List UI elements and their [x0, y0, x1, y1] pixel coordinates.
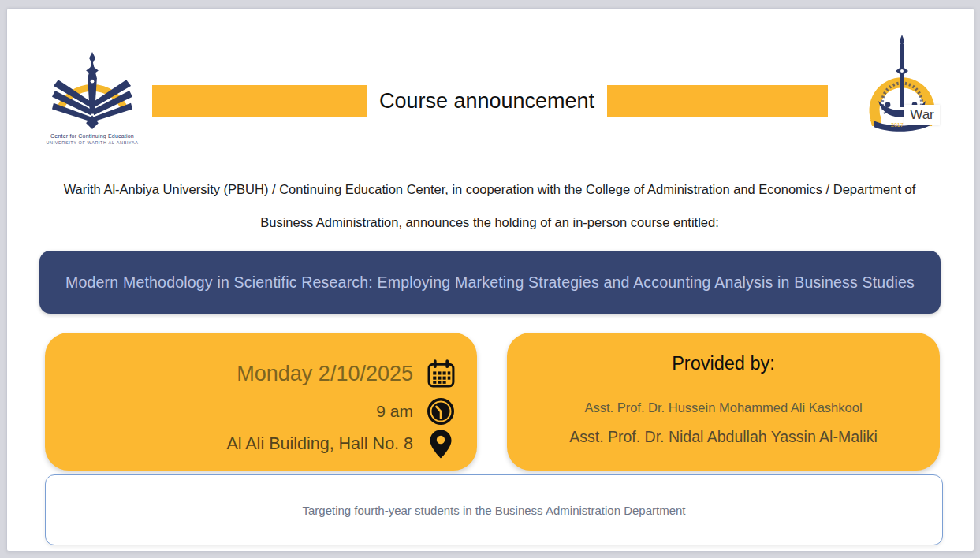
intro-paragraph: Warith Al-Anbiya University (PBUH) / Con…: [52, 173, 927, 239]
university-emblem-icon: [46, 47, 139, 129]
provider-name: Asst. Prof. Dr. Nidal Abdullah Yassin Al…: [507, 428, 940, 446]
course-time: 9 am: [376, 402, 413, 421]
left-logo-caption: Center for Continuing Education: [46, 133, 139, 139]
left-logo-subcaption: UNIVERSITY OF WARITH AL-ANBIYAA: [46, 140, 139, 145]
target-audience-box: Targeting fourth-year students in the Bu…: [45, 474, 943, 545]
title-accent-bar-left: [152, 85, 367, 117]
course-date: Monday 2/10/2025: [237, 362, 413, 386]
location-pin-icon: [425, 429, 456, 459]
page-title: Course announcement: [367, 85, 607, 117]
warith-university-emblem-icon: 2017: [864, 32, 940, 142]
logo-year-text: 2017: [891, 122, 904, 128]
clock-icon: [425, 397, 456, 426]
course-location: Al Ali Building, Hall No. 8: [226, 434, 413, 454]
war-text-artifact: War: [904, 105, 940, 125]
date-row: Monday 2/10/2025: [237, 359, 456, 389]
schedule-card: Monday 2/10/2025 9 am: [45, 333, 477, 471]
location-row: Al Ali Building, Hall No. 8: [226, 429, 456, 459]
title-accent-bar-right: [607, 85, 828, 117]
provided-by-heading: Provided by:: [507, 353, 940, 374]
course-title-banner: Modern Methodology in Scientific Researc…: [39, 251, 941, 314]
calendar-icon: [425, 359, 456, 389]
announcement-page: Center for Continuing Education UNIVERSI…: [0, 0, 980, 558]
providers-card: Provided by: Asst. Prof. Dr. Hussein Moh…: [507, 333, 940, 471]
continuing-education-logo: Center for Continuing Education UNIVERSI…: [46, 47, 139, 145]
course-title: Modern Methodology in Scientific Researc…: [50, 273, 930, 292]
target-audience-text: Targeting fourth-year students in the Bu…: [302, 504, 685, 517]
time-row: 9 am: [376, 397, 456, 426]
provider-name: Asst. Prof. Dr. Hussein Mohammed Ali Kas…: [507, 400, 940, 415]
university-logo: 2017: [864, 32, 940, 145]
